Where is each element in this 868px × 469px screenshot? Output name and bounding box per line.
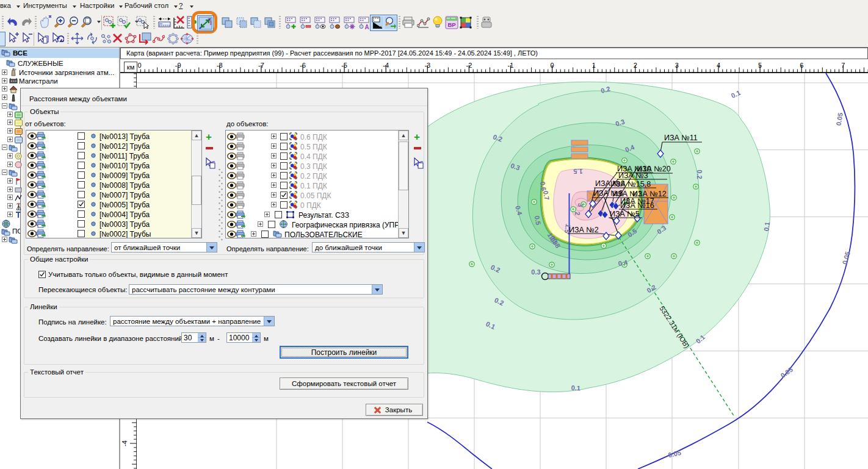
svg-text:2: 2 bbox=[574, 212, 581, 215]
svg-text:BP: BP bbox=[447, 21, 456, 28]
svg-text:1.5: 1.5 bbox=[573, 168, 582, 175]
svg-text:ИЗА №15,8: ИЗА №15,8 bbox=[610, 180, 651, 188]
svg-text:ИЗА №16: ИЗА №16 bbox=[620, 201, 654, 210]
svg-text:ИЗА №2: ИЗА №2 bbox=[569, 226, 599, 234]
svg-text:0.3: 0.3 bbox=[531, 268, 540, 276]
svg-text:ИЗА №11: ИЗА №11 bbox=[664, 134, 698, 142]
svg-text:0.2: 0.2 bbox=[696, 170, 703, 179]
svg-text:3: 3 bbox=[577, 203, 584, 207]
svg-text:ИЗА №5: ИЗА №5 bbox=[610, 210, 640, 218]
svg-text:0.1: 0.1 bbox=[571, 384, 580, 392]
svg-text:A: A bbox=[364, 24, 369, 30]
svg-text:0.1: 0.1 bbox=[762, 221, 771, 232]
